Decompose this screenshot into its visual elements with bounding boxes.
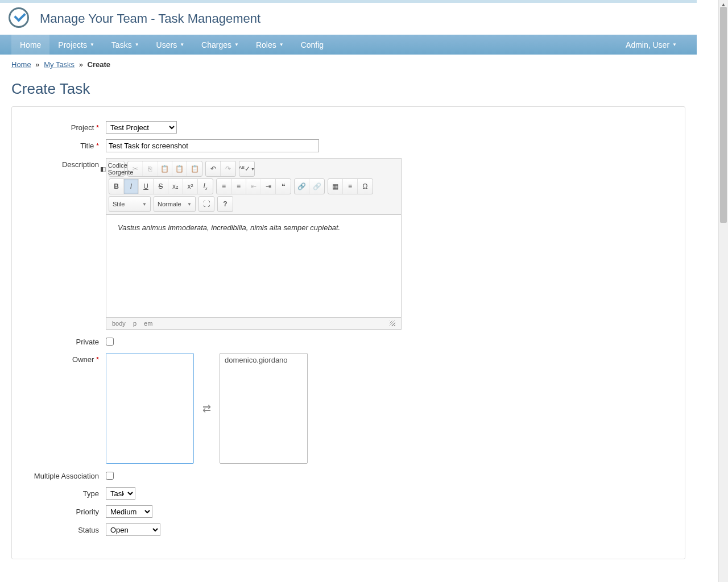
nav-projects[interactable]: Projects▼ [49,35,103,55]
editor-footer: body p em [106,317,401,329]
undo-icon: ↶ [210,165,216,173]
caret-down-icon: ▼ [142,202,147,207]
nav-users[interactable]: Users▼ [148,35,193,55]
bullet-list-button[interactable]: ≡ [231,179,246,194]
caret-down-icon: ▼ [90,42,94,47]
form-container: Project * Test Project Title * Descripti… [11,106,685,559]
owner-available-list[interactable] [106,353,194,464]
project-select[interactable]: Test Project [106,121,177,134]
paste-word-icon: 📋 [191,165,199,173]
help-button[interactable]: ? [218,197,233,211]
private-checkbox[interactable] [106,338,114,346]
vertical-scrollbar[interactable]: ▲ [718,0,728,559]
navbar: Home Projects▼ Tasks▼ Users▼ Charges▼ Ro… [0,35,697,55]
remove-format-button[interactable]: Ix [198,179,213,194]
list-item[interactable]: domenico.giordano [220,354,307,367]
owner-selected-list[interactable]: domenico.giordano [220,353,308,464]
underline-button[interactable]: U [139,179,154,194]
bold-button[interactable]: B [109,179,124,194]
source-icon: ◧ [100,165,106,173]
link-icon: 🔗 [297,182,306,190]
help-icon: ? [223,200,227,208]
cut-button[interactable]: ✂ [128,161,143,176]
multiple-association-checkbox[interactable] [106,472,114,480]
blockquote-icon: ❝ [282,182,285,190]
nav-charges[interactable]: Charges▼ [193,35,247,55]
resize-handle[interactable] [390,321,395,326]
caret-down-icon: ▼ [135,42,139,47]
italic-button[interactable]: I [124,179,139,194]
label-multiple-association: Multiple Association [23,469,106,480]
copy-icon: ⎘ [148,165,152,173]
breadcrumb-mytasks[interactable]: My Tasks [44,60,75,69]
style-dropdown[interactable]: Stile▼ [109,197,150,211]
editor-toolbar: ◧ Codice Sorgente ✂ ⎘ 📋 📋 📋 [106,159,401,215]
label-type: Type [23,487,106,498]
superscript-button[interactable]: x² [183,179,198,194]
unlink-button[interactable]: 🔗 [309,179,324,194]
superscript-icon: x² [188,182,193,190]
numbered-list-button[interactable]: ≡ [217,179,231,194]
paste-word-button[interactable]: 📋 [187,161,202,176]
label-private: Private [23,335,106,346]
numbered-list-icon: ≡ [222,182,226,190]
specialchar-button[interactable]: Ω [358,179,373,194]
nav-tasks[interactable]: Tasks▼ [103,35,148,55]
caret-down-icon: ▼ [279,42,284,47]
rich-text-editor: ◧ Codice Sorgente ✂ ⎘ 📋 📋 📋 [106,158,402,330]
type-select[interactable]: Task [106,487,135,500]
title-input[interactable] [106,139,319,152]
caret-down-icon: ▼ [180,42,184,47]
app-logo [9,7,31,30]
undo-button[interactable]: ↶ [206,161,221,176]
paste-text-icon: 📋 [175,165,184,173]
hr-button[interactable]: ≡ [343,179,358,194]
bullet-list-icon: ≡ [237,182,241,190]
outdent-button[interactable]: ⇤ [246,179,261,194]
label-status: Status [23,523,106,534]
indent-button[interactable]: ⇥ [261,179,276,194]
redo-button[interactable]: ↷ [221,161,235,176]
caret-down-icon: ▼ [187,202,192,207]
spellcheck-icon: ᴬᴮ✓ [239,165,250,173]
remove-format-icon: Ix [204,182,208,190]
subscript-button[interactable]: x₂ [168,179,183,194]
nav-home[interactable]: Home [11,35,49,55]
page-title: Create Task [0,74,697,106]
table-button[interactable]: ▦ [328,179,343,194]
nav-config[interactable]: Config [292,35,332,55]
breadcrumb-current: Create [88,60,110,69]
blockquote-button[interactable]: ❝ [276,179,291,194]
label-project: Project * [23,121,106,132]
label-description: Description [23,158,106,169]
priority-select[interactable]: Medium [106,505,152,518]
italic-icon: I [130,182,132,190]
breadcrumb: Home » My Tasks » Create [0,55,697,74]
label-priority: Priority [23,505,106,516]
editor-element-path[interactable]: body p em [112,320,158,327]
nav-user-menu[interactable]: Admin, User▼ [617,35,685,55]
status-select[interactable]: Open [106,523,160,536]
nav-roles[interactable]: Roles▼ [247,35,292,55]
table-icon: ▦ [332,182,338,190]
unlink-icon: 🔗 [313,182,321,190]
strike-icon: S [158,182,163,190]
source-button[interactable]: ◧ Codice Sorgente [109,161,124,176]
copy-button[interactable]: ⎘ [143,161,158,176]
app-title: Manage Your Team - Task Management [40,11,260,26]
spellcheck-button[interactable]: ᴬᴮ✓▼ [239,161,254,176]
swap-icon[interactable]: ⇄ [202,402,211,415]
subscript-icon: x₂ [172,182,179,190]
strike-button[interactable]: S [154,179,168,194]
outdent-icon: ⇤ [251,182,257,190]
caret-down-icon: ▼ [672,42,677,47]
editor-content[interactable]: Vastus animus immoderata, incredibilia, … [106,215,401,317]
paste-text-button[interactable]: 📋 [172,161,187,176]
maximize-button[interactable]: ⛶ [199,197,214,211]
link-button[interactable]: 🔗 [295,179,309,194]
format-dropdown[interactable]: Normale▼ [154,197,195,211]
scrollbar-thumb[interactable] [720,7,727,223]
paste-button[interactable]: 📋 [158,161,172,176]
breadcrumb-home[interactable]: Home [11,60,31,69]
label-title: Title * [23,139,106,150]
